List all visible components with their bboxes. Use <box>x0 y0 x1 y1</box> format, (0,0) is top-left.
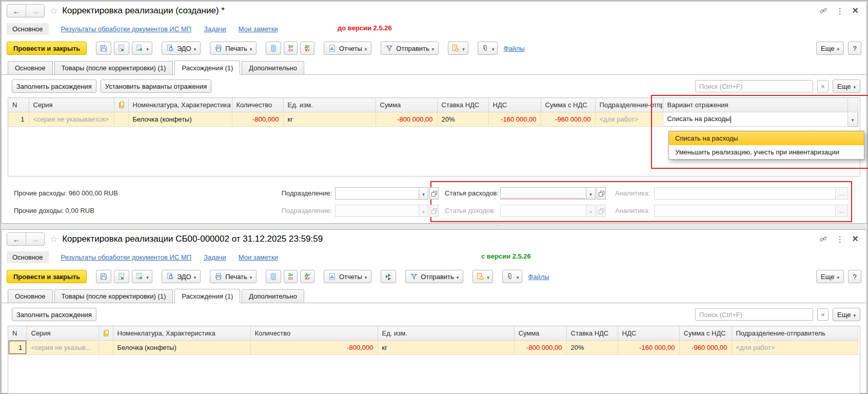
more-button[interactable]: Еще <box>816 42 844 55</box>
fill-discrepancies-button[interactable]: Заполнить расхождения <box>12 80 96 93</box>
combo-open-button[interactable] <box>597 187 606 200</box>
col-nomenclature[interactable]: Номенклатура, Характеристика <box>128 98 232 112</box>
combo-dropdown-button[interactable] <box>419 187 428 200</box>
cell-unit[interactable]: кг <box>283 112 376 126</box>
send-button[interactable]: Отправить <box>381 42 439 55</box>
cell-sum[interactable]: -800 000,00 <box>376 112 437 126</box>
variant-dropdown-button[interactable] <box>847 112 858 126</box>
edo-button[interactable]: ЭДО <box>162 42 201 55</box>
dtkt-button[interactable]: ДтКт <box>300 270 314 283</box>
create-based-on-button[interactable] <box>132 42 152 55</box>
col-nomenclature[interactable]: Номенклатура, Характеристика <box>113 326 250 340</box>
combo-open-button[interactable] <box>429 187 439 200</box>
col-sum[interactable]: Сумма <box>376 98 437 112</box>
nav-link-notes[interactable]: Мои заметки <box>239 253 278 261</box>
close-icon[interactable] <box>852 234 858 244</box>
create-based-on-button[interactable] <box>132 270 152 283</box>
expense-item-combo[interactable] <box>500 187 606 200</box>
cell-vat-rate[interactable]: 20% <box>566 340 618 354</box>
combo-dropdown-button[interactable] <box>586 187 596 200</box>
col-series-lock[interactable] <box>114 98 128 112</box>
search-clear-icon[interactable] <box>817 308 828 321</box>
col-vat-rate[interactable]: Ставка НДС <box>566 326 618 340</box>
register-records-button[interactable] <box>266 270 281 283</box>
col-quantity[interactable]: Количество <box>232 98 283 112</box>
tab-discrepancies[interactable]: Расхождения (1) <box>174 61 240 75</box>
col-unit[interactable]: Ед. изм. <box>283 98 376 112</box>
col-unit[interactable]: Ед. изм. <box>378 326 514 340</box>
cell-sum[interactable]: -800 000,00 <box>514 340 566 354</box>
favorite-star-icon[interactable] <box>50 233 58 245</box>
cell-vat[interactable]: -160 000,00 <box>488 112 541 126</box>
cell-quantity[interactable]: -800,000 <box>250 340 378 354</box>
drcr-button[interactable]: DrCr <box>284 42 298 55</box>
nav-link-tasks[interactable]: Задачи <box>204 253 226 261</box>
department-input[interactable] <box>335 187 419 200</box>
help-button[interactable]: ? <box>848 270 861 283</box>
files-link[interactable]: Файлы <box>528 273 549 281</box>
nav-link-ismp[interactable]: Результаты обработки документов ИС МП <box>61 25 192 33</box>
dropdown-option-writeoff[interactable]: Списать на расходы <box>669 131 864 145</box>
col-department[interactable]: Подразделение-отправитель <box>732 326 858 340</box>
post-document-button[interactable] <box>114 42 129 55</box>
nav-item-main[interactable]: Основное <box>7 23 49 35</box>
col-vat[interactable]: НДС <box>618 326 679 340</box>
link-icon[interactable] <box>819 7 827 15</box>
save-button[interactable] <box>96 42 111 55</box>
search-input[interactable] <box>695 80 813 92</box>
tab-main[interactable]: Основное <box>8 61 53 74</box>
files-link[interactable]: Файлы <box>503 45 524 52</box>
back-button[interactable] <box>7 233 26 245</box>
kebab-menu-icon[interactable] <box>836 6 844 16</box>
cell-sum-with-vat[interactable]: -960 000,00 <box>541 112 595 126</box>
link-icon[interactable] <box>819 235 827 243</box>
more-button[interactable]: Еще <box>816 270 844 283</box>
favorite-star-icon[interactable] <box>50 5 58 16</box>
attachments-button[interactable] <box>502 270 523 283</box>
table-row[interactable]: 1 <серия не указывается> Белочка (конфет… <box>8 112 858 126</box>
cell-department[interactable]: <для работ> <box>595 112 663 126</box>
tab-goods-after-correction[interactable]: Товары (после корректировки) (1) <box>54 61 173 74</box>
kebab-menu-icon[interactable] <box>836 234 844 244</box>
post-and-close-button[interactable]: Провести и закрыть <box>7 42 87 55</box>
forward-button[interactable] <box>26 233 44 245</box>
marking-button[interactable] <box>381 270 396 283</box>
col-n[interactable]: N <box>8 326 27 340</box>
print-button[interactable]: Печать <box>210 270 257 283</box>
table-more-button[interactable]: Еще <box>833 80 860 93</box>
forward-button[interactable] <box>26 5 44 17</box>
col-sum[interactable]: Сумма <box>514 326 566 340</box>
cell-series[interactable]: <серия не указыв... <box>27 340 98 354</box>
col-department[interactable]: Подразделение-отпра... <box>595 98 663 112</box>
attachments-button[interactable] <box>478 42 498 55</box>
send-button[interactable]: Отправить <box>405 270 463 283</box>
search-input[interactable] <box>695 308 813 321</box>
cell-n[interactable]: 1 <box>8 340 27 354</box>
edo-button[interactable]: ЭДО <box>162 270 201 283</box>
cell-sum-with-vat[interactable]: -960 000,00 <box>679 340 732 354</box>
scheduled-doc-button[interactable] <box>472 270 493 283</box>
cell-unit[interactable]: кг <box>378 340 514 354</box>
department-combo[interactable] <box>335 187 439 200</box>
dropdown-option-reduce-sales[interactable]: Уменьшить реализацию, учесть при инвента… <box>669 145 864 159</box>
expense-item-input[interactable] <box>500 187 586 200</box>
col-vat-rate[interactable]: Ставка НДС <box>437 98 488 112</box>
tab-additional[interactable]: Дополнительно <box>242 61 304 74</box>
col-quantity[interactable]: Количество <box>250 326 378 340</box>
col-vat[interactable]: НДС <box>488 98 541 112</box>
register-records-button[interactable] <box>266 42 281 55</box>
save-button[interactable] <box>96 270 111 283</box>
nav-link-notes[interactable]: Мои заметки <box>239 25 278 33</box>
cell-vat[interactable]: -160 000,00 <box>618 340 679 354</box>
reports-button[interactable]: Отчеты <box>324 42 371 55</box>
post-document-button[interactable] <box>114 270 129 283</box>
col-sum-with-vat[interactable]: Сумма с НДС <box>679 326 732 340</box>
col-series-lock[interactable] <box>98 326 113 340</box>
cell-series-lock[interactable] <box>114 112 128 126</box>
help-button[interactable]: ? <box>848 42 861 55</box>
tab-main[interactable]: Основное <box>8 289 53 303</box>
set-reflection-variants-button[interactable]: Установить варианты отражения <box>101 80 211 93</box>
cell-series[interactable]: <серия не указывается> <box>29 112 114 126</box>
nav-link-ismp[interactable]: Результаты обработки документов ИС МП <box>61 253 192 261</box>
cell-department[interactable]: <для работ> <box>732 340 858 354</box>
